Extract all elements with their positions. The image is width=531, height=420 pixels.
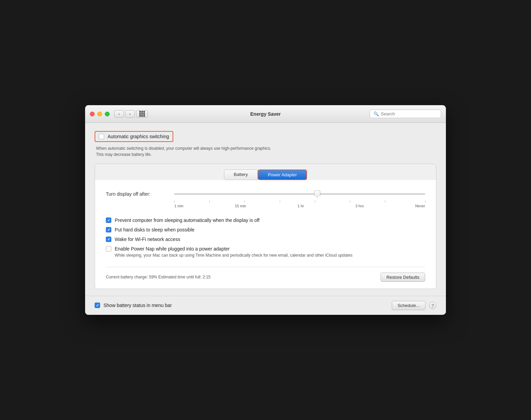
time-label-1hr: 1 hr [297,204,304,208]
option-row-4: Enable Power Nap while plugged into a po… [106,246,425,258]
settings-panel: Battery Power Adapter Turn display off a… [95,164,436,289]
auto-graphics-section: Automatic graphics switching When automa… [95,131,436,158]
option-row-1: Prevent computer from sleeping automatic… [106,217,425,223]
options-list: Prevent computer from sleeping automatic… [106,217,425,258]
window-footer: Show battery status in menu bar Schedule… [85,296,446,315]
option-3-label: Wake for Wi-Fi network access [115,237,180,242]
energy-saver-window: ‹ › Energy Saver 🔍 Automatic graphics sw… [85,105,446,314]
schedule-button[interactable]: Schedule... [392,301,425,310]
slider-fill [174,193,317,195]
option-1-label: Prevent computer from sleeping automatic… [115,217,259,223]
time-label-1min: 1 min [174,204,183,208]
content-area: Automatic graphics switching When automa… [85,123,446,295]
time-label-never: Never [415,204,425,208]
option-4-desc: While sleeping, your Mac can back up usi… [115,253,352,258]
window-title: Energy Saver [250,111,281,117]
nav-buttons: ‹ › [114,110,135,118]
grid-icon [139,111,145,117]
footer-right: Schedule... ? [392,301,436,310]
battery-status-text: Current battery charge: 59% Estimated ti… [106,275,210,279]
option-row-3: Wake for Wi-Fi network access [106,237,425,242]
slider-label: Turn display off after: [106,191,169,197]
back-button[interactable]: ‹ [114,110,124,118]
maximize-button[interactable] [105,112,110,116]
traffic-lights [90,112,110,116]
option-4-checkbox[interactable] [106,246,111,252]
forward-button[interactable]: › [125,110,135,118]
auto-graphics-checkbox[interactable] [99,134,104,139]
slider-thumb[interactable] [314,190,320,198]
close-button[interactable] [90,112,95,116]
option-2-text: Put hard disks to sleep when possible [115,227,194,232]
slider-ticks [174,200,425,203]
slider-track [174,193,425,195]
option-row-2: Put hard disks to sleep when possible [106,227,425,232]
tab-power-adapter[interactable]: Power Adapter [258,169,307,180]
panel-body: Turn display off after: [95,180,436,288]
time-label-15min: 15 min [235,204,246,208]
slider-track-container[interactable] [174,189,425,199]
restore-defaults-button[interactable]: Restore Defaults [381,273,425,282]
search-box[interactable]: 🔍 [370,110,441,118]
tab-battery[interactable]: Battery [224,169,258,180]
titlebar: ‹ › Energy Saver 🔍 [85,105,446,123]
option-2-label: Put hard disks to sleep when possible [115,227,194,232]
option-1-text: Prevent computer from sleeping automatic… [115,217,259,223]
tab-bar: Battery Power Adapter [95,164,436,180]
auto-graphics-label: Automatic graphics switching [108,134,169,139]
search-icon: 🔍 [373,111,379,116]
option-4-label: Enable Power Nap while plugged into a po… [115,246,352,252]
slider-time-labels: 1 min 15 min 1 hr 3 hrs Never [174,204,425,208]
option-1-checkbox[interactable] [106,217,111,223]
option-4-text: Enable Power Nap while plugged into a po… [115,246,352,258]
show-battery-label: Show battery status in menu bar [103,303,172,308]
minimize-button[interactable] [97,112,102,116]
grid-view-button[interactable] [136,110,148,118]
slider-section: Turn display off after: [106,189,425,208]
option-2-checkbox[interactable] [106,227,111,232]
panel-footer: Current battery charge: 59% Estimated ti… [106,267,425,282]
option-3-text: Wake for Wi-Fi network access [115,237,180,242]
time-label-3hrs: 3 hrs [355,204,364,208]
search-input[interactable] [381,111,437,116]
show-battery-checkbox[interactable] [95,303,100,308]
auto-graphics-description: When automatic switching is disabled, yo… [96,145,436,158]
show-battery-row: Show battery status in menu bar [95,303,172,308]
option-3-checkbox[interactable] [106,237,111,242]
slider-row: Turn display off after: [106,189,425,199]
help-button[interactable]: ? [429,302,436,309]
